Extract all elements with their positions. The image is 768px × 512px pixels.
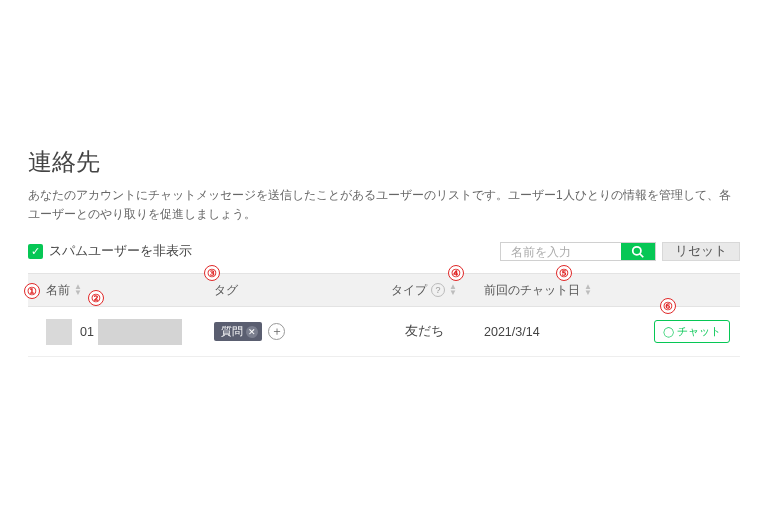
chat-icon: ◯ <box>663 326 674 337</box>
column-header-tag[interactable]: タグ <box>214 282 364 299</box>
hide-spam-label: スパムユーザーを非表示 <box>49 243 192 260</box>
sort-icon: ▲▼ <box>584 284 592 296</box>
column-header-type-label: タイプ <box>391 282 427 299</box>
table-row[interactable]: 01 質問 ✕ ＋ 友だち 2021/3/14 ◯ チャット <box>28 307 740 357</box>
callout-6: ⑥ <box>660 298 676 314</box>
checkbox-checked-icon: ✓ <box>28 244 43 259</box>
page-description: あなたのアカウントにチャットメッセージを送信したことがあるユーザーのリストです。… <box>28 186 740 224</box>
page-title: 連絡先 <box>28 146 740 178</box>
chat-button-label: チャット <box>677 324 721 339</box>
column-header-name-label: 名前 <box>46 282 70 299</box>
name-masked <box>98 319 182 345</box>
svg-line-1 <box>640 254 644 258</box>
callout-3: ③ <box>204 265 220 281</box>
column-header-tag-label: タグ <box>214 282 238 299</box>
hide-spam-toggle[interactable]: ✓ スパムユーザーを非表示 <box>28 243 192 260</box>
reset-button[interactable]: リセット <box>662 242 740 261</box>
avatar <box>46 319 72 345</box>
column-header-name[interactable]: 名前 ▲▼ <box>28 282 214 299</box>
search-icon <box>631 245 645 259</box>
sort-icon: ▲▼ <box>449 284 457 296</box>
callout-4: ④ <box>448 265 464 281</box>
callout-5: ⑤ <box>556 265 572 281</box>
search-input[interactable] <box>501 243 621 260</box>
column-header-type[interactable]: タイプ ? ▲▼ <box>364 282 484 299</box>
column-header-date[interactable]: 前回のチャット日 ▲▼ <box>484 282 654 299</box>
help-icon[interactable]: ? <box>431 283 445 297</box>
table-header: 名前 ▲▼ タグ タイプ ? ▲▼ 前回のチャット日 ▲▼ <box>28 273 740 307</box>
add-tag-button[interactable]: ＋ <box>268 323 285 340</box>
row-type: 友だち <box>364 323 484 340</box>
remove-tag-icon[interactable]: ✕ <box>246 326 258 338</box>
chat-button[interactable]: ◯ チャット <box>654 320 730 343</box>
callout-1: ① <box>24 283 40 299</box>
svg-point-0 <box>633 247 641 255</box>
row-name-text: 01 <box>80 325 94 339</box>
tag-chip-label: 質問 <box>221 324 243 339</box>
row-last-chat-date: 2021/3/14 <box>484 325 654 339</box>
sort-icon: ▲▼ <box>74 284 82 296</box>
callout-2: ② <box>88 290 104 306</box>
search-button[interactable] <box>621 243 655 260</box>
column-header-date-label: 前回のチャット日 <box>484 282 580 299</box>
tag-chip[interactable]: 質問 ✕ <box>214 322 262 341</box>
